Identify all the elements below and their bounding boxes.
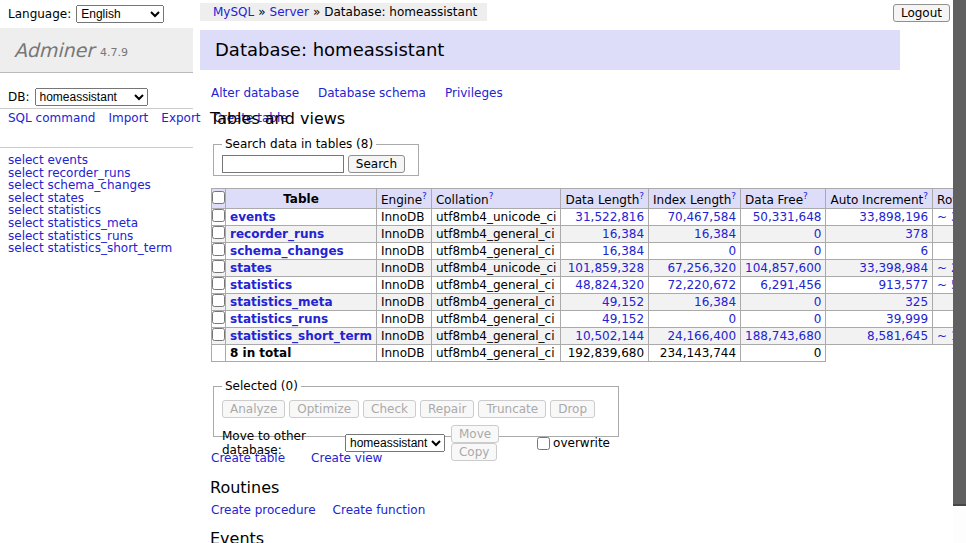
sidebar-item-select-events[interactable]: select events	[8, 154, 193, 167]
data-free-link[interactable]: 50,331,648	[753, 210, 822, 224]
index-length-link[interactable]: 0	[728, 244, 736, 258]
sidebar-action-link[interactable]: Export	[161, 111, 200, 125]
search-button[interactable]: Search	[348, 155, 405, 173]
data-free-link[interactable]: 188,743,680	[745, 329, 821, 343]
data-length-link[interactable]: 48,824,320	[575, 278, 644, 292]
data-free-link[interactable]: 104,857,600	[745, 261, 821, 275]
table-link-statistics_runs[interactable]: statistics_runs	[230, 312, 328, 326]
row-checkbox[interactable]	[212, 277, 225, 290]
create-view-link[interactable]: Create view	[311, 451, 382, 465]
index-length-link[interactable]: 16,384	[694, 227, 736, 241]
select-all-checkbox[interactable]	[212, 191, 225, 204]
index-length-link[interactable]: 16,384	[694, 295, 736, 309]
index-length-link[interactable]: 0	[728, 312, 736, 326]
create-table-link[interactable]: Create table	[211, 451, 285, 465]
move-button[interactable]: Move	[451, 425, 499, 443]
db-link-privileges[interactable]: Privileges	[445, 86, 503, 100]
app-header: Adminer 4.7.9	[0, 28, 193, 73]
data-free-link[interactable]: 0	[814, 227, 822, 241]
auto-increment-link[interactable]: 6	[920, 244, 928, 258]
table-link-statistics_meta[interactable]: statistics_meta	[230, 295, 333, 309]
auto-increment-link[interactable]: 33,398,984	[859, 261, 928, 275]
create-function-link[interactable]: Create function	[333, 503, 426, 517]
table-link-schema_changes[interactable]: schema_changes	[230, 244, 344, 258]
scrollbar-track[interactable]	[953, 0, 966, 543]
data-length-link[interactable]: 101,859,328	[568, 261, 644, 275]
index-length-link[interactable]: 24,166,400	[667, 329, 736, 343]
repair-button[interactable]: Repair	[420, 400, 474, 418]
db-link-alter-database[interactable]: Alter database	[211, 86, 299, 100]
auto-increment-link[interactable]: 378	[905, 227, 928, 241]
auto-increment-link[interactable]: 325	[905, 295, 928, 309]
data-length-link[interactable]: 16,384	[602, 244, 644, 258]
db-selector-row: DB:homeassistant	[8, 88, 148, 106]
move-buttons: MoveCopy	[451, 425, 534, 461]
overwrite-checkbox[interactable]	[537, 437, 550, 450]
data-free-link[interactable]: 0	[814, 312, 822, 326]
check-button[interactable]: Check	[363, 400, 416, 418]
truncate-button[interactable]: Truncate	[478, 400, 546, 418]
copy-button[interactable]: Copy	[451, 443, 497, 461]
table-link-statistics[interactable]: statistics	[230, 278, 292, 292]
data-length-link[interactable]: 10,502,144	[575, 329, 644, 343]
db-link-database-schema[interactable]: Database schema	[318, 86, 426, 100]
data-free-link[interactable]: 0	[814, 244, 822, 258]
optimize-button[interactable]: Optimize	[289, 400, 359, 418]
help-icon[interactable]: ?	[803, 191, 808, 201]
analyze-button[interactable]: Analyze	[222, 400, 285, 418]
sidebar-item-select-schema_changes[interactable]: select schema_changes	[8, 179, 193, 192]
selected-legend: Selected (0)	[222, 379, 301, 393]
index-length-cell: 24,166,400	[649, 328, 741, 345]
db-label: DB:	[8, 90, 30, 104]
logout-button[interactable]: Logout	[893, 4, 950, 22]
help-icon[interactable]: ?	[731, 191, 736, 201]
breadcrumb-item[interactable]: MySQL	[213, 5, 254, 19]
index-length-link[interactable]: 72,220,672	[667, 278, 736, 292]
row-checkbox[interactable]	[212, 243, 225, 256]
db-select[interactable]: homeassistant	[35, 88, 148, 106]
row-checkbox[interactable]	[212, 226, 225, 239]
data-length-link[interactable]: 31,522,816	[575, 210, 644, 224]
sidebar-item-select-statistics_meta[interactable]: select statistics_meta	[8, 217, 193, 230]
help-icon[interactable]: ?	[489, 191, 494, 201]
language-select[interactable]: English	[76, 5, 164, 23]
auto-increment-link[interactable]: 913,577	[878, 278, 928, 292]
engine-cell: InnoDB	[376, 328, 431, 345]
move-db-select[interactable]: homeassistant	[345, 434, 445, 452]
data-free-link[interactable]: 0	[814, 295, 822, 309]
row-checkbox[interactable]	[212, 260, 225, 273]
index-length-link[interactable]: 67,256,320	[667, 261, 736, 275]
engine-cell: InnoDB	[376, 277, 431, 294]
row-checkbox[interactable]	[212, 328, 225, 341]
table-link-statistics_short_term[interactable]: statistics_short_term	[230, 329, 372, 343]
help-icon[interactable]: ?	[422, 191, 427, 201]
data-length-cell: 31,522,816	[561, 209, 649, 226]
auto-increment-link[interactable]: 39,999	[886, 312, 928, 326]
data-length-link[interactable]: 49,152	[602, 312, 644, 326]
sidebar-item-select-statistics_short_term[interactable]: select statistics_short_term	[8, 242, 193, 255]
sidebar-action-link[interactable]: Import	[108, 111, 148, 125]
data-free-link[interactable]: 6,291,456	[760, 278, 821, 292]
help-icon[interactable]: ?	[923, 191, 928, 201]
auto-increment-link[interactable]: 8,581,645	[867, 329, 928, 343]
data-free-cell: 188,743,680	[741, 328, 826, 345]
breadcrumb-item[interactable]: Server	[270, 5, 309, 19]
data-length-link[interactable]: 49,152	[602, 295, 644, 309]
drop-button[interactable]: Drop	[550, 400, 595, 418]
row-checkbox[interactable]	[212, 294, 225, 307]
app-version-link[interactable]: 4.7.9	[100, 46, 128, 59]
auto-increment-cell: 33,898,196	[826, 209, 933, 226]
help-icon[interactable]: ?	[639, 191, 644, 201]
sidebar-action-link[interactable]: SQL command	[8, 111, 95, 125]
create-procedure-link[interactable]: Create procedure	[211, 503, 316, 517]
scrollbar-thumb[interactable]	[953, 0, 966, 506]
table-link-states[interactable]: states	[230, 261, 272, 275]
search-input[interactable]	[222, 155, 344, 173]
row-checkbox[interactable]	[212, 209, 225, 222]
table-link-recorder_runs[interactable]: recorder_runs	[230, 227, 324, 241]
data-length-link[interactable]: 16,384	[602, 227, 644, 241]
index-length-link[interactable]: 70,467,584	[667, 210, 736, 224]
row-checkbox[interactable]	[212, 311, 225, 324]
auto-increment-link[interactable]: 33,898,196	[859, 210, 928, 224]
table-link-events[interactable]: events	[230, 210, 276, 224]
